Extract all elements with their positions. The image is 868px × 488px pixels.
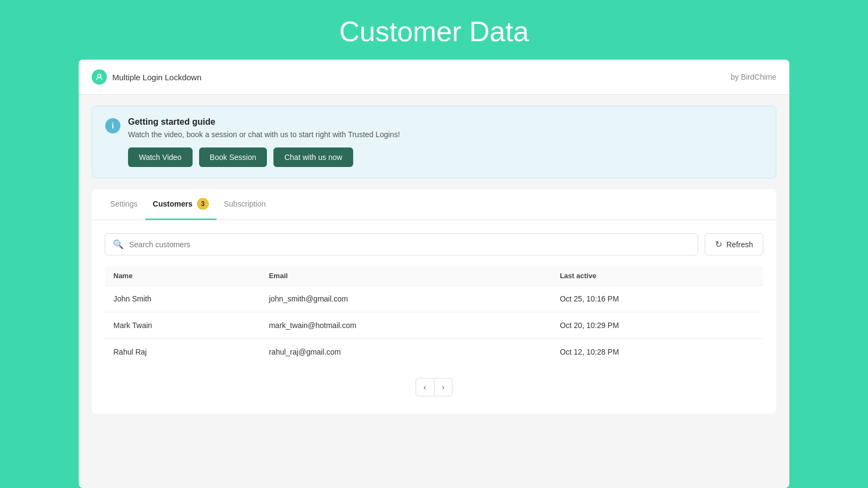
app-name: Multiple Login Lockdown: [112, 73, 201, 82]
getting-started-title: Getting started guide: [128, 117, 400, 127]
tabs-container: Settings Customers 3 Subscription 🔍: [92, 189, 776, 414]
getting-started-description: Watch the video, book a session or chat …: [128, 130, 400, 139]
search-refresh-row: 🔍 ↻ Refresh: [105, 233, 763, 255]
tab-subscription[interactable]: Subscription: [216, 189, 273, 220]
cell-email: mark_twain@hotmail.com: [260, 312, 551, 339]
tabs-nav: Settings Customers 3 Subscription: [92, 189, 776, 220]
refresh-label: Refresh: [726, 240, 753, 249]
tab-subscription-label: Subscription: [224, 200, 266, 208]
page-title: Customer Data: [0, 0, 868, 60]
tab-content: 🔍 ↻ Refresh Name Email Last active: [92, 220, 776, 414]
refresh-icon: ↻: [715, 239, 722, 249]
chat-button[interactable]: Chat with us now: [273, 147, 353, 167]
customers-table: Name Email Last active John Smith john_s…: [105, 266, 763, 365]
search-icon: 🔍: [113, 239, 124, 249]
table-row: John Smith john_smith@gmail.com Oct 25, …: [105, 286, 763, 312]
col-email: Email: [260, 266, 551, 286]
table-body: John Smith john_smith@gmail.com Oct 25, …: [105, 286, 763, 365]
app-header-left: Multiple Login Lockdown: [92, 69, 201, 85]
search-input[interactable]: [129, 240, 690, 249]
tab-customers[interactable]: Customers 3: [145, 189, 216, 220]
logo-icon: [92, 69, 107, 85]
table-row: Rahul Raj rahul_raj@gmail.com Oct 12, 10…: [105, 339, 763, 365]
getting-started-card: i Getting started guide Watch the video,…: [92, 106, 776, 178]
cell-last-active: Oct 25, 10:16 PM: [551, 286, 763, 312]
by-birdchime: by BirdChime: [731, 73, 776, 81]
search-box: 🔍: [105, 233, 698, 255]
getting-started-body: Getting started guide Watch the video, b…: [128, 117, 400, 167]
customers-badge: 3: [197, 198, 209, 210]
cell-last-active: Oct 12, 10:28 PM: [551, 339, 763, 365]
cell-email: rahul_raj@gmail.com: [260, 339, 551, 365]
refresh-button[interactable]: ↻ Refresh: [705, 233, 763, 255]
app-header: Multiple Login Lockdown by BirdChime: [79, 60, 789, 95]
tab-settings[interactable]: Settings: [103, 189, 145, 220]
getting-started-buttons: Watch Video Book Session Chat with us no…: [128, 147, 400, 167]
tab-settings-label: Settings: [110, 200, 138, 208]
table-head: Name Email Last active: [105, 266, 763, 286]
svg-point-0: [98, 74, 101, 78]
col-last-active: Last active: [551, 266, 763, 286]
tab-customers-label: Customers: [153, 200, 193, 208]
col-name: Name: [105, 266, 260, 286]
cell-name: Rahul Raj: [105, 339, 260, 365]
pagination: ‹ ›: [105, 365, 763, 401]
table-row: Mark Twain mark_twain@hotmail.com Oct 20…: [105, 312, 763, 339]
book-session-button[interactable]: Book Session: [199, 147, 267, 167]
watch-video-button[interactable]: Watch Video: [128, 147, 193, 167]
main-content: i Getting started guide Watch the video,…: [79, 95, 789, 425]
info-icon: i: [105, 118, 120, 133]
cell-name: John Smith: [105, 286, 260, 312]
prev-page-button[interactable]: ‹: [416, 378, 435, 396]
next-page-button[interactable]: ›: [435, 378, 453, 396]
cell-email: john_smith@gmail.com: [260, 286, 551, 312]
cell-last-active: Oct 20, 10:29 PM: [551, 312, 763, 339]
table-header-row: Name Email Last active: [105, 266, 763, 286]
cell-name: Mark Twain: [105, 312, 260, 339]
app-container: Multiple Login Lockdown by BirdChime i G…: [79, 60, 789, 488]
